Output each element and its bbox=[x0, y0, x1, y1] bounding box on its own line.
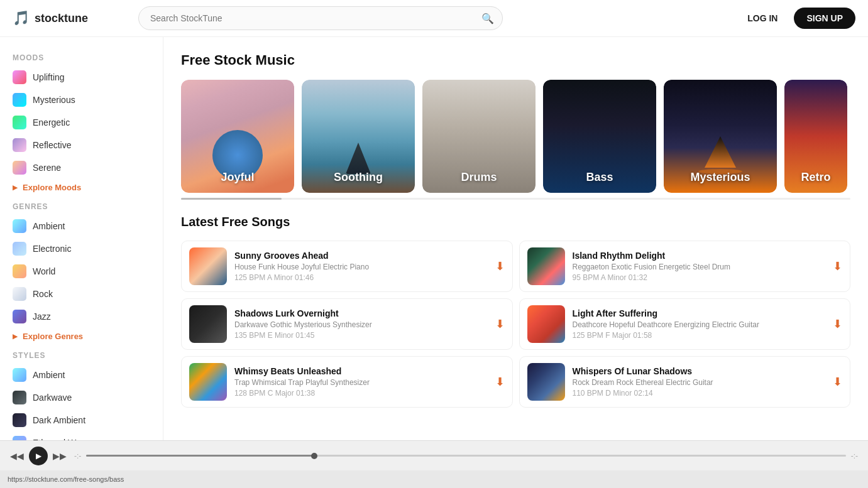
header: 🎵 stocktune 🔍 LOG IN SIGN UP bbox=[0, 0, 868, 37]
mood-card-drums[interactable]: Drums bbox=[422, 80, 536, 193]
sidebar-item-ethereal-wave[interactable]: Ethereal Wave bbox=[0, 431, 163, 440]
search-input[interactable] bbox=[138, 6, 503, 30]
sidebar-item-label: Rock bbox=[33, 289, 150, 299]
sidebar-item-serene[interactable]: Serene bbox=[0, 156, 163, 179]
song-thumb-shadows bbox=[189, 305, 227, 343]
download-button-shadows[interactable]: ⬇ bbox=[495, 317, 505, 331]
sidebar-item-rock[interactable]: Rock bbox=[0, 283, 163, 305]
sidebar-item-ambient[interactable]: Ambient bbox=[0, 215, 163, 237]
download-button-whispers[interactable]: ⬇ bbox=[833, 375, 842, 389]
song-title: Island Rhythm Delight bbox=[573, 251, 826, 261]
energetic-icon bbox=[13, 116, 26, 129]
sidebar: Moods Uplifting Mysterious Energetic Ref… bbox=[0, 37, 163, 440]
song-info-sunny: Sunny Grooves Ahead House Funk House Joy… bbox=[234, 251, 488, 282]
sidebar-item-label: Ambient bbox=[33, 221, 150, 231]
song-row-sunny[interactable]: Sunny Grooves Ahead House Funk House Joy… bbox=[181, 241, 513, 292]
search-bar: 🔍 bbox=[138, 6, 503, 30]
dark-ambient-icon bbox=[13, 413, 26, 427]
scrollbar-thumb bbox=[181, 198, 282, 200]
mood-card-bass[interactable]: Bass bbox=[543, 80, 656, 193]
song-title: Shadows Lurk Overnight bbox=[234, 308, 488, 318]
progress-bar: -:- -:- bbox=[74, 452, 858, 460]
song-row-whimsy[interactable]: Whimsy Beats Unleashed Trap Whimsical Tr… bbox=[181, 356, 513, 408]
time-current: -:- bbox=[74, 452, 81, 460]
song-thumb-island bbox=[527, 247, 565, 285]
logo[interactable]: 🎵 stocktune bbox=[13, 10, 126, 26]
player-bar: ◀◀ ▶ ▶▶ -:- -:- bbox=[0, 440, 868, 470]
sidebar-item-world[interactable]: World bbox=[0, 260, 163, 283]
arrow-icon: ▶ bbox=[13, 184, 18, 191]
mood-card-mysterious[interactable]: Mysterious bbox=[664, 80, 777, 193]
status-url: https://stocktune.com/free-songs/bass bbox=[8, 475, 124, 483]
ambient-style-icon bbox=[13, 368, 26, 382]
download-button-whimsy[interactable]: ⬇ bbox=[495, 375, 505, 389]
sidebar-item-label: Reflective bbox=[33, 140, 150, 150]
song-info-whimsy: Whimsy Beats Unleashed Trap Whimsical Tr… bbox=[234, 366, 488, 398]
explore-moods-link[interactable]: ▶ Explore Moods bbox=[0, 179, 163, 196]
sidebar-item-label: Serene bbox=[33, 163, 150, 173]
card-label-retro: Retro bbox=[784, 171, 847, 184]
main-layout: Moods Uplifting Mysterious Energetic Ref… bbox=[0, 37, 868, 440]
sidebar-item-uplifting[interactable]: Uplifting bbox=[0, 66, 163, 89]
explore-genres-link[interactable]: ▶ Explore Genres bbox=[0, 328, 163, 345]
card-label-soothing: Soothing bbox=[302, 171, 415, 184]
explore-genres-label: Explore Genres bbox=[23, 332, 83, 341]
song-tags: Darkwave Gothic Mysterious Synthesizer bbox=[234, 320, 488, 329]
song-title: Light After Suffering bbox=[573, 308, 826, 318]
logo-text: stocktune bbox=[35, 12, 88, 25]
mood-card-retro[interactable]: Retro bbox=[784, 80, 847, 193]
download-button-island[interactable]: ⬇ bbox=[833, 259, 842, 273]
download-button-light[interactable]: ⬇ bbox=[833, 317, 842, 331]
darkwave-icon bbox=[13, 391, 26, 404]
download-button-sunny[interactable]: ⬇ bbox=[495, 259, 505, 273]
prev-button[interactable]: ◀◀ bbox=[10, 451, 24, 461]
song-info-shadows: Shadows Lurk Overnight Darkwave Gothic M… bbox=[234, 308, 488, 340]
song-row-light[interactable]: Light After Suffering Deathcore Hopeful … bbox=[519, 298, 851, 350]
sidebar-item-darkwave[interactable]: Darkwave bbox=[0, 386, 163, 409]
sidebar-item-dark-ambient[interactable]: Dark Ambient bbox=[0, 409, 163, 431]
login-button[interactable]: LOG IN bbox=[739, 8, 786, 28]
song-meta: 135 BPM E Minor 01:45 bbox=[234, 331, 488, 340]
mysterious-icon bbox=[13, 93, 26, 107]
song-tags: Trap Whimsical Trap Playful Synthesizer bbox=[234, 378, 488, 387]
sidebar-item-electronic[interactable]: Electronic bbox=[0, 237, 163, 260]
mood-cards-row: Joyful Soothing Drums Bass bbox=[181, 80, 850, 193]
status-bar: https://stocktune.com/free-songs/bass bbox=[0, 470, 868, 488]
sidebar-item-mysterious[interactable]: Mysterious bbox=[0, 89, 163, 111]
song-tags: Reggaeton Exotic Fusion Energetic Steel … bbox=[573, 263, 826, 271]
uplifting-icon bbox=[13, 70, 26, 84]
jazz-icon bbox=[13, 310, 26, 323]
ethereal-icon bbox=[13, 436, 26, 440]
song-meta: 125 BPM A Minor 01:46 bbox=[234, 273, 488, 282]
song-title: Whimsy Beats Unleashed bbox=[234, 366, 488, 376]
progress-dot bbox=[311, 453, 317, 459]
sidebar-item-label: Dark Ambient bbox=[33, 415, 150, 425]
explore-moods-label: Explore Moods bbox=[23, 183, 81, 192]
card-label-drums: Drums bbox=[422, 171, 536, 184]
sidebar-item-label: Ambient bbox=[33, 370, 150, 380]
search-icon: 🔍 bbox=[481, 13, 494, 24]
song-row-whispers[interactable]: Whispers Of Lunar Shadows Rock Dream Roc… bbox=[519, 356, 851, 408]
card-label-bass: Bass bbox=[543, 171, 656, 184]
song-row-shadows[interactable]: Shadows Lurk Overnight Darkwave Gothic M… bbox=[181, 298, 513, 350]
mood-card-soothing[interactable]: Soothing bbox=[302, 80, 415, 193]
sidebar-item-label: Energetic bbox=[33, 117, 150, 127]
card-label-joyful: Joyful bbox=[181, 171, 294, 184]
song-thumb-light bbox=[527, 305, 565, 343]
sidebar-item-reflective[interactable]: Reflective bbox=[0, 134, 163, 156]
song-meta: 125 BPM F Major 01:58 bbox=[573, 331, 826, 340]
signup-button[interactable]: SIGN UP bbox=[794, 8, 855, 29]
song-thumb-whispers bbox=[527, 363, 565, 401]
sidebar-item-energetic[interactable]: Energetic bbox=[0, 111, 163, 134]
cards-scrollbar[interactable] bbox=[181, 198, 850, 200]
song-row-island[interactable]: Island Rhythm Delight Reggaeton Exotic F… bbox=[519, 241, 851, 292]
mood-card-joyful[interactable]: Joyful bbox=[181, 80, 294, 193]
song-info-whispers: Whispers Of Lunar Shadows Rock Dream Roc… bbox=[573, 366, 826, 398]
play-button[interactable]: ▶ bbox=[29, 447, 48, 465]
card-label-mysterious: Mysterious bbox=[664, 171, 777, 184]
progress-track[interactable] bbox=[86, 455, 845, 457]
sidebar-item-jazz[interactable]: Jazz bbox=[0, 305, 163, 328]
sidebar-item-ambient-style[interactable]: Ambient bbox=[0, 364, 163, 386]
next-button[interactable]: ▶▶ bbox=[53, 451, 67, 461]
sidebar-item-label: Darkwave bbox=[33, 393, 150, 403]
